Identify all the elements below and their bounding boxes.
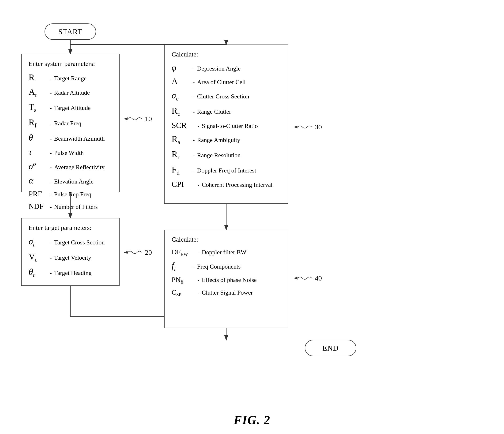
desc-Vt: Target Velocity: [54, 254, 91, 262]
param-SCR: SCR - Signal-to-Clutter Ratio: [171, 120, 281, 131]
symbol-sigma0: σo: [29, 160, 50, 172]
symbol-R: R: [29, 71, 50, 84]
label-30-group: 30: [292, 123, 322, 131]
symbol-sigma-c: σc: [171, 89, 193, 103]
desc-Rr: Range Resolution: [197, 151, 241, 159]
desc-CPI: Coherent Processing Interval: [202, 181, 273, 189]
calc2-title: Calculate:: [171, 236, 281, 243]
param-Ra: Ra - Range Ambiguity: [171, 133, 281, 146]
system-params-box: Enter system parameters: R - Target Rang…: [21, 54, 119, 192]
desc-Ar: Radar Altitude: [54, 89, 90, 97]
param-CPI: CPI - Coherent Processing Interval: [171, 178, 281, 190]
desc-theta-t: Target Heading: [54, 269, 92, 277]
target-params-box: Enter target parameters: σt - Target Cro…: [21, 218, 119, 286]
squiggle-arrow-30: [292, 124, 313, 131]
symbol-theta: θ: [29, 132, 50, 144]
symbol-alpha: α: [29, 174, 50, 187]
end-label: END: [323, 344, 339, 353]
label-30: 30: [315, 123, 322, 131]
param-PNfi: PNfi - Effects of phase Noise: [171, 275, 281, 285]
label-20: 20: [145, 248, 152, 256]
desc-NDF: Number of Filters: [54, 203, 98, 211]
desc-sigma0: Average Reflectivity: [54, 163, 105, 172]
param-sigma-t: σt - Target Cross Section: [29, 235, 112, 249]
param-DFBW: DFBW - Doppler filter BW: [171, 247, 281, 257]
desc-sigma-t: Target Cross Section: [54, 238, 105, 247]
desc-R: Target Range: [54, 74, 87, 83]
squiggle-arrow-20: [122, 249, 143, 256]
squiggle-arrow-40: [292, 275, 313, 282]
start-node: START: [45, 23, 96, 40]
param-sigma-c: σc - Clutter Cross Section: [171, 89, 281, 103]
symbol-Ra: Ra: [171, 133, 193, 146]
desc-sigma-c: Clutter Cross Section: [197, 92, 249, 101]
desc-alpha: Elevation Angle: [54, 177, 94, 186]
param-phi: φ - Depression Angle: [171, 62, 281, 74]
symbol-PNfi: PNfi: [171, 275, 197, 285]
symbol-phi: φ: [171, 62, 193, 74]
symbol-Rc: Rc: [171, 105, 193, 118]
symbol-theta-t: θt: [29, 266, 50, 279]
param-fi: fi - Freq Components: [171, 259, 281, 273]
symbol-Vt: Vt: [29, 250, 50, 264]
symbol-Ta: Ta: [29, 101, 50, 114]
symbol-fi: fi: [171, 259, 193, 273]
start-label: START: [58, 27, 82, 36]
symbol-Rf: Rf: [29, 116, 50, 130]
desc-Rc: Range Clutter: [197, 107, 231, 116]
desc-PRF: Pulse Rep Freq: [54, 190, 91, 199]
label-40: 40: [315, 274, 322, 282]
param-Rf: Rf - Radar Freq: [29, 116, 112, 130]
desc-Ra: Range Ambiguity: [197, 136, 240, 144]
symbol-SCR: SCR: [171, 120, 197, 131]
symbol-NDF: NDF: [29, 201, 50, 212]
symbol-CPI: CPI: [171, 178, 197, 190]
desc-SCR: Signal-to-Clutter Ratio: [202, 122, 258, 130]
symbol-Ar: Ar: [29, 86, 50, 99]
symbol-Fd: Fd: [171, 163, 193, 177]
desc-CSP: Clutter Signal Power: [202, 288, 253, 297]
desc-phi: Depression Angle: [197, 64, 241, 73]
param-Rr: Rr - Range Resolution: [171, 148, 281, 161]
calc2-box: Calculate: DFBW - Doppler filter BW fi -…: [164, 230, 288, 328]
desc-PNfi: Effects of phase Noise: [202, 276, 257, 284]
param-NDF: NDF - Number of Filters: [29, 201, 112, 212]
param-Rc: Rc - Range Clutter: [171, 105, 281, 118]
param-theta: θ - Beamwidth Azimuth: [29, 132, 112, 144]
param-R: R - Target Range: [29, 71, 112, 84]
desc-DFBW: Doppler filter BW: [202, 248, 247, 257]
param-Fd: Fd - Doppler Freq of Interest: [171, 163, 281, 177]
symbol-A: A: [171, 75, 193, 87]
calc1-box: Calculate: φ - Depression Angle A - Area…: [164, 44, 288, 204]
param-CSP: CSP - Clutter Signal Power: [171, 287, 281, 298]
symbol-sigma-t: σt: [29, 235, 50, 249]
symbol-DFBW: DFBW: [171, 247, 197, 257]
param-A: A - Area of Clutter Cell: [171, 75, 281, 87]
param-PRF: PRF - Pulse Rep Freq: [29, 189, 112, 199]
label-10: 10: [145, 115, 152, 123]
system-params-title: Enter system parameters:: [29, 60, 112, 68]
desc-theta: Beamwidth Azimuth: [54, 134, 105, 143]
param-theta-t: θt - Target Heading: [29, 266, 112, 279]
desc-Fd: Doppler Freq of Interest: [197, 166, 256, 175]
param-alpha: α - Elevation Angle: [29, 174, 112, 187]
param-sigma0: σo - Average Reflectivity: [29, 160, 112, 172]
label-10-group: 10: [122, 115, 152, 123]
target-params-title: Enter target parameters:: [29, 224, 112, 231]
calc1-title: Calculate:: [171, 51, 281, 58]
desc-Ta: Target Altitude: [54, 104, 91, 112]
param-tau: τ - Pulse Width: [29, 146, 112, 158]
param-Ta: Ta - Target Altitude: [29, 101, 112, 114]
figure-caption: FIG. 2: [234, 413, 270, 427]
param-Vt: Vt - Target Velocity: [29, 250, 112, 264]
desc-fi: Freq Components: [197, 262, 241, 271]
desc-A: Area of Clutter Cell: [197, 78, 246, 87]
symbol-PRF: PRF: [29, 189, 50, 199]
end-node: END: [305, 340, 356, 356]
symbol-CSP: CSP: [171, 287, 197, 298]
squiggle-arrow-10: [122, 115, 143, 122]
label-40-group: 40: [292, 274, 322, 282]
desc-tau: Pulse Width: [54, 149, 84, 157]
param-Ar: Ar - Radar Altitude: [29, 86, 112, 99]
label-20-group: 20: [122, 248, 152, 256]
